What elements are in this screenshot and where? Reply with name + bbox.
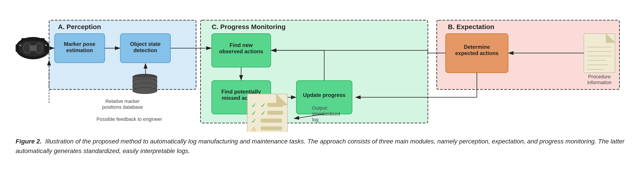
svg-text:⚠: ⚠: [251, 126, 256, 132]
svg-rect-65: [261, 119, 282, 123]
feedback-label: Possible feedback to engineer: [96, 116, 162, 122]
find-new-label: Find new: [230, 42, 253, 48]
output-label3: log: [312, 117, 318, 122]
output-label: Output:: [312, 105, 328, 111]
svg-text:✓: ✓: [251, 102, 256, 109]
main-container: A. Perception Marker pose estimation Obj…: [0, 0, 644, 163]
diagram-area: A. Perception Marker pose estimation Obj…: [14, 7, 630, 132]
figure-caption: Figure 2. Illustration of the proposed m…: [14, 137, 629, 156]
marker-pose-label2: estimation: [66, 47, 93, 53]
update-progress-label: Update progress: [303, 92, 346, 98]
svg-point-30: [132, 87, 157, 94]
figure-label: Figure 2.: [16, 138, 42, 145]
progress-label: C. Progress Monitoring: [212, 23, 286, 30]
procedure-info-label: Procedure: [588, 74, 611, 79]
svg-rect-63: [267, 111, 283, 115]
marker-pose-label: Marker pose: [64, 41, 95, 47]
svg-text:✓: ✓: [251, 110, 256, 117]
object-state-label: Object state: [130, 41, 161, 47]
svg-text:✓: ✓: [251, 118, 256, 124]
expectation-label: B. Expectation: [448, 23, 494, 30]
procedure-info-label2: information: [587, 80, 612, 85]
svg-text:✓: ✓: [261, 102, 266, 109]
svg-rect-67: [261, 126, 282, 130]
procedure-document: [584, 34, 615, 73]
find-missed-label: Find potentially: [221, 89, 261, 95]
diagram-svg: A. Perception Marker pose estimation Obj…: [14, 7, 630, 132]
svg-rect-11: [16, 44, 20, 52]
svg-text:✓: ✓: [261, 110, 266, 117]
svg-rect-60: [267, 103, 283, 107]
svg-rect-13: [30, 45, 36, 51]
relative-marker-label2: positions database: [102, 104, 143, 110]
determine-label2: expected actions: [455, 50, 498, 56]
vr-headset: [16, 37, 50, 59]
caption-text: Illustration of the proposed method to a…: [16, 138, 624, 154]
determine-label: Determine: [464, 44, 490, 50]
output-label2: standardized: [312, 111, 340, 117]
svg-point-14: [19, 44, 21, 46]
log-document: ✓ ✓ ✓ ✓ ✓ ⚠: [247, 94, 288, 132]
svg-point-15: [45, 44, 47, 46]
relative-marker-label: Relative marker: [105, 99, 140, 104]
svg-rect-10: [21, 38, 45, 41]
database-icon: [132, 74, 157, 94]
find-new-label2: observed actions: [219, 48, 263, 54]
perception-label: A. Perception: [58, 23, 101, 30]
object-state-label2: detection: [134, 47, 157, 53]
